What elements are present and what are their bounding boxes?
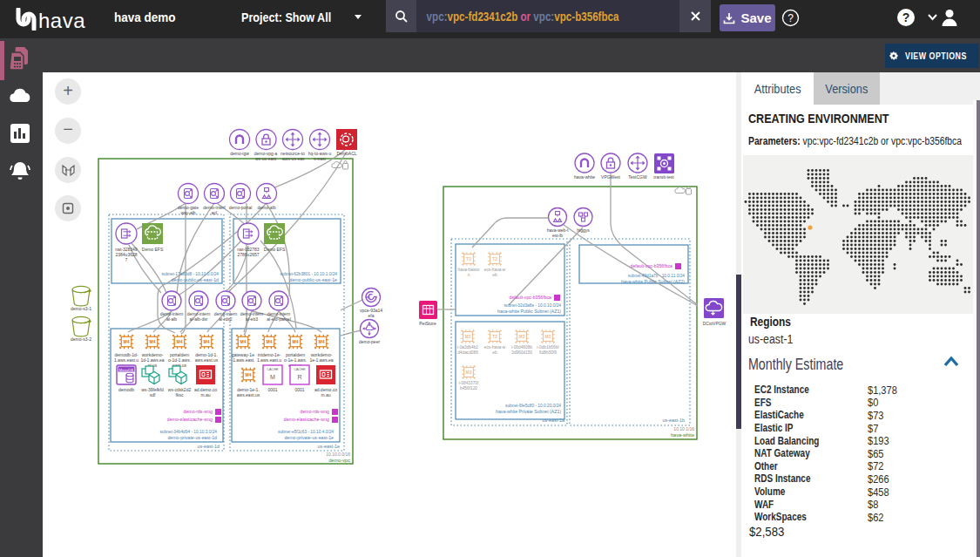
svg-text:o-1e-1.aws.: o-1e-1.aws. — [284, 357, 307, 363]
svg-text:ad.demo.co: ad.demo.co — [194, 387, 217, 392]
svg-text:demo-portal: demo-portal — [229, 205, 253, 210]
svg-text:M4: M4 — [246, 372, 252, 377]
svg-text:MariaDB: MariaDB — [119, 368, 133, 372]
svg-text:subnet-e5f1c63 - 10.10.4.0/24: subnet-e5f1c63 - 10.10.4.0/24 — [278, 430, 334, 434]
svg-text:al-alb: al-alb — [166, 316, 177, 322]
svg-text:al-alb-dsr: al-alb-dsr — [190, 316, 208, 322]
svg-text:demo-intern: demo-intern — [267, 311, 291, 316]
svg-text:hava-white Private Subnet (AZ1: hava-white Private Subnet (AZ1) — [496, 409, 561, 414]
svg-text:1e-1.aws.ea: 1e-1.aws.ea — [309, 357, 333, 363]
svg-text:us-east-1a: us-east-1a — [543, 418, 564, 423]
svg-text:R: R — [297, 374, 301, 380]
svg-text:us-east-1d: us-east-1d — [198, 444, 220, 449]
svg-text:ecs-hava-w: ecs-hava-w — [484, 345, 506, 350]
svg-text:M3: M3 — [545, 334, 551, 339]
svg-text:hava-white Public Subnet (AZ1): hava-white Public Subnet (AZ1) — [497, 309, 561, 314]
svg-text:M4: M4 — [177, 339, 183, 344]
svg-text:M4: M4 — [124, 339, 130, 344]
svg-text:default-vpc-b356fbca: default-vpc-b356fbca — [510, 295, 552, 300]
svg-text:hq-to-aws-u: hq-to-aws-u — [308, 151, 332, 156]
svg-text:fksc: fksc — [176, 392, 184, 397]
svg-text:us-east-1b: us-east-1b — [663, 418, 685, 423]
svg-text:demo-public-us-east-1d: demo-public-us-east-1d — [172, 277, 220, 282]
svg-text:default-vpc-b356fbca: default-vpc-b356fbca — [631, 263, 673, 268]
svg-text:i-0843370f: i-0843370f — [459, 381, 479, 385]
svg-text:gateway-1e: gateway-1e — [232, 352, 254, 357]
svg-text:M4: M4 — [204, 339, 210, 344]
svg-text:ecs-hava-w: ecs-hava-w — [484, 268, 506, 272]
svg-text:Demo EFS: Demo EFS — [264, 247, 286, 252]
svg-text:demo-vpc: demo-vpc — [328, 458, 350, 463]
svg-text:ws-us-east: ws-us-east — [255, 156, 277, 161]
svg-text:10.10.0.0/16: 10.10.0.0/16 — [326, 452, 350, 457]
svg-text:o-1d-1.aws.: o-1d-1.aws. — [168, 357, 191, 363]
svg-text:way-alb: way-alb — [180, 210, 195, 215]
svg-text:hava-bastio: hava-bastio — [458, 268, 480, 272]
svg-text:subnet-49d1a7b - 10.0.11.0/24: subnet-49d1a7b - 10.0.11.0/24 — [628, 274, 686, 278]
svg-text:eb: eb — [492, 350, 497, 355]
svg-text:1d-1.aws.ea: 1d-1.aws.ea — [140, 357, 164, 363]
svg-text:workdemo-: workdemo- — [142, 352, 164, 357]
svg-text:-aws-us-eas: -aws-us-eas — [280, 156, 305, 161]
svg-text:b456f120: b456f120 — [460, 386, 477, 391]
svg-text:subnet-17a83d8 - 10.10.0.0/24: subnet-17a83d8 - 10.10.0.0/24 — [161, 272, 219, 276]
svg-text:CACHE: CACHE — [267, 368, 279, 371]
svg-text:demo-interf: demo-interf — [203, 205, 226, 210]
svg-text:sdf: sdf — [150, 392, 156, 397]
svg-text:ad.demo.co: ad.demo.co — [314, 387, 337, 392]
svg-text:vpce-93a14: vpce-93a14 — [360, 308, 382, 313]
svg-text:demo-peer: demo-peer — [359, 339, 381, 344]
svg-text:demo-gate: demo-gate — [178, 205, 199, 210]
svg-text:VPGWest: VPGWest — [601, 174, 620, 180]
svg-text:al-rds2: al-rds2 — [219, 316, 233, 322]
svg-text:2384u3628: 2384u3628 — [115, 252, 137, 257]
svg-text:subnet-62b3801 - 10.10.1.0/24: subnet-62b3801 - 10.10.1.0/24 — [280, 272, 337, 276]
svg-text:DemoACL: DemoACL — [336, 151, 356, 156]
svg-text:demo-private-us-east-1d: demo-private-us-east-1d — [167, 435, 217, 440]
svg-text:aws.east.us: aws.east.us — [195, 357, 219, 363]
svg-text:al-eld-parcel: al-eld-parcel — [267, 316, 291, 322]
svg-text:demo-intern: demo-intern — [160, 311, 184, 316]
svg-text:demodb: demodb — [118, 387, 134, 392]
svg-text:subnet-32d3a8e - 10.0.10.0/24: subnet-32d3a8e - 10.0.10.0/24 — [504, 303, 561, 308]
svg-text:higgys: higgys — [577, 228, 590, 233]
svg-text:M3: M3 — [519, 334, 525, 339]
svg-text:demodb-1d-: demodb-1d- — [115, 352, 139, 357]
svg-text:10.10.1/16: 10.10.1/16 — [673, 426, 694, 431]
svg-text:M4: M4 — [240, 339, 247, 344]
svg-text:ws-39fefkfd: ws-39fefkfd — [141, 387, 164, 392]
svg-text:6d8b50f9: 6d8b50f9 — [539, 350, 557, 355]
svg-text:d4dacd086: d4dacd086 — [457, 350, 478, 355]
svg-text:3d960d150: 3d960d150 — [511, 350, 532, 355]
svg-text:subnet-34b4d94 - 10.10.3.0/24: subnet-34b4d94 - 10.10.3.0/24 — [159, 430, 217, 434]
svg-text:transit-test: transit-test — [653, 174, 674, 180]
svg-text:portaldem: portaldem — [286, 352, 305, 357]
svg-text:M4: M4 — [150, 339, 156, 344]
svg-text:aws.east.us: aws.east.us — [237, 392, 260, 397]
svg-text:hava-white Public Subnet (AZ2): hava-white Public Subnet (AZ2) — [621, 279, 685, 284]
svg-text:0001: 0001 — [294, 387, 304, 392]
svg-text:n: n — [468, 273, 470, 277]
svg-text:i-06d4608b: i-06d4608b — [511, 345, 532, 350]
svg-text:ws-cdsk2d2: ws-cdsk2d2 — [168, 387, 192, 392]
svg-text:hava-web-t: hava-web-t — [547, 228, 569, 233]
svg-text:nat-328349: nat-328349 — [115, 247, 138, 252]
svg-text:T2: T2 — [466, 256, 471, 262]
svg-text:i-0db1b56bf: i-0db1b56bf — [537, 345, 559, 350]
svg-text:demo-1d-1.: demo-1d-1. — [195, 352, 218, 357]
svg-text:demo-1e-1.: demo-1e-1. — [237, 387, 260, 392]
svg-text:T2: T2 — [492, 334, 497, 339]
svg-text:us-east-1e: us-east-1e — [318, 444, 340, 449]
svg-text:acl: acl — [212, 210, 217, 215]
svg-text:2786u2657: 2786u2657 — [237, 252, 259, 257]
svg-text:intdemo-1e-: intdemo-1e- — [258, 352, 281, 357]
svg-text:7: 7 — [125, 257, 128, 262]
svg-text:DCtoVPGW: DCtoVPGW — [703, 321, 727, 326]
svg-text:demo-public-us-east-1e: demo-public-us-east-1e — [290, 277, 338, 282]
svg-text:demo-intern: demo-intern — [214, 311, 238, 316]
svg-text:demo-elasticache-smg: demo-elasticache-smg — [167, 417, 213, 422]
svg-text:netsource-to: netsource-to — [280, 151, 305, 156]
svg-text:i-0a3db4b2: i-0a3db4b2 — [457, 345, 478, 350]
svg-text:demo-intern: demo-intern — [187, 311, 211, 316]
svg-text:est-lb: est-lb — [552, 233, 563, 238]
